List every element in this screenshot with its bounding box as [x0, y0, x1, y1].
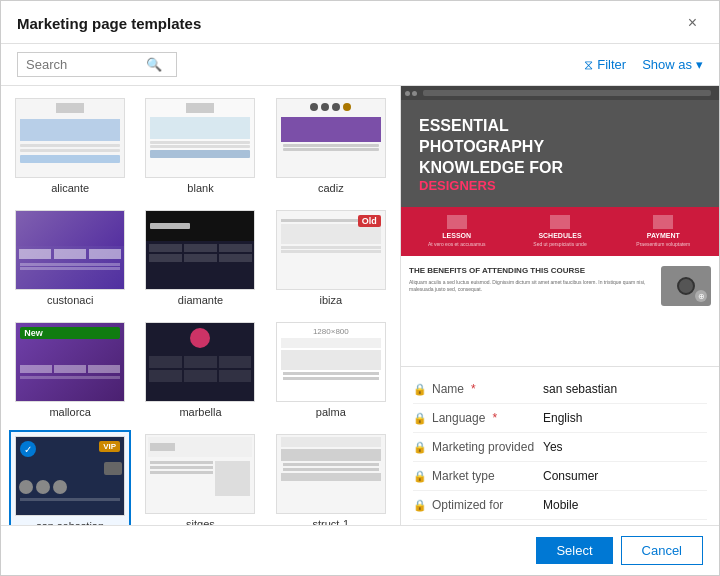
detail-label-optimized: 🔒 Optimized for: [413, 498, 543, 512]
chevron-down-icon: ▾: [696, 57, 703, 72]
template-name-diamante: diamante: [178, 294, 223, 306]
cancel-button[interactable]: Cancel: [621, 536, 703, 565]
template-thumb-palma: 1280×800: [276, 322, 386, 402]
template-name-marbella: marbella: [179, 406, 221, 418]
detail-value-language: English: [543, 411, 707, 425]
preview-panel: ESSENTIAL PHOTOGRAPHY KNOWLEDGE FOR DESI…: [401, 86, 719, 525]
close-button[interactable]: ×: [682, 13, 703, 33]
preview-section2: THE BENEFITS OF ATTENDING THIS COURSE Al…: [401, 256, 719, 316]
preview-feature-payment: PAYMENT Praesentium voluptatem: [614, 215, 713, 248]
preview-feature-schedules: SCHEDULES Sed ut perspiciatis unde: [510, 215, 609, 248]
search-input[interactable]: [26, 57, 146, 72]
preview-content: ESSENTIAL PHOTOGRAPHY KNOWLEDGE FOR DESI…: [401, 86, 719, 366]
template-name-custonaci: custonaci: [47, 294, 93, 306]
template-thumb-custonaci: [15, 210, 125, 290]
show-as-label: Show as: [642, 57, 692, 72]
lock-icon: 🔒: [413, 441, 427, 454]
modal-footer: Select Cancel: [1, 525, 719, 575]
template-thumb-diamante: [145, 210, 255, 290]
detail-value-optimized: Mobile: [543, 498, 707, 512]
lock-icon: 🔒: [413, 383, 427, 396]
template-thumb-marbella: [145, 322, 255, 402]
template-name-blank: blank: [187, 182, 213, 194]
template-thumb-blank: [145, 98, 255, 178]
detail-label-language: 🔒 Language *: [413, 411, 543, 425]
template-name-struct1: struct-1: [312, 518, 349, 525]
preview-feature-lesson: LESSON At vero eos et accusamus: [407, 215, 506, 248]
preview-hero-title: ESSENTIAL PHOTOGRAPHY KNOWLEDGE FOR DESI…: [419, 116, 701, 195]
template-panel[interactable]: alicante blank: [1, 86, 401, 525]
marketing-templates-modal: Marketing page templates × 🔍 ⧖ Filter Sh…: [0, 0, 720, 576]
filter-label: Filter: [597, 57, 626, 72]
template-thumb-san-sebastian: ✓ VIP: [15, 436, 125, 516]
search-box[interactable]: 🔍: [17, 52, 177, 77]
detail-value-marketing: Yes: [543, 440, 707, 454]
template-item[interactable]: Old ibiza: [270, 206, 392, 310]
detail-label-marketing: 🔒 Marketing provided: [413, 440, 543, 454]
detail-row-language: 🔒 Language * English: [413, 404, 707, 433]
preview-section2-text: THE BENEFITS OF ATTENDING THIS COURSE Al…: [409, 266, 653, 306]
show-as-button[interactable]: Show as ▾: [642, 57, 703, 72]
modal-body: alicante blank: [1, 86, 719, 525]
detail-row-market-type: 🔒 Market type Consumer: [413, 462, 707, 491]
template-item[interactable]: struct-1: [270, 430, 392, 525]
detail-value-name: san sebastian: [543, 382, 707, 396]
detail-row-name: 🔒 Name * san sebastian: [413, 375, 707, 404]
detail-label-market-type: 🔒 Market type: [413, 469, 543, 483]
template-name-sitges: sitges: [186, 518, 215, 525]
search-icon: 🔍: [146, 57, 162, 72]
template-name-cadiz: cadiz: [318, 182, 344, 194]
detail-label-name: 🔒 Name *: [413, 382, 543, 396]
detail-row-optimized: 🔒 Optimized for Mobile: [413, 491, 707, 520]
template-item[interactable]: custonaci: [9, 206, 131, 310]
template-name-mallorca: mallorca: [49, 406, 91, 418]
toolbar-right: ⧖ Filter Show as ▾: [584, 57, 703, 73]
details-section: 🔒 Name * san sebastian 🔒 Language * Engl…: [401, 366, 719, 525]
template-thumb-mallorca: New: [15, 322, 125, 402]
preview-features-section: LESSON At vero eos et accusamus SCHEDULE…: [401, 207, 719, 256]
filter-button[interactable]: ⧖ Filter: [584, 57, 626, 73]
template-item[interactable]: blank: [139, 94, 261, 198]
template-grid: alicante blank: [9, 94, 392, 525]
lock-icon: 🔒: [413, 470, 427, 483]
filter-icon: ⧖: [584, 57, 593, 73]
preview-camera-image: ⊕: [661, 266, 711, 306]
preview-browser-bar: [401, 86, 719, 100]
modal-title: Marketing page templates: [17, 15, 201, 32]
preview-image: ESSENTIAL PHOTOGRAPHY KNOWLEDGE FOR DESI…: [401, 86, 719, 366]
template-name-alicante: alicante: [51, 182, 89, 194]
template-item[interactable]: New mallorca: [9, 318, 131, 422]
modal-header: Marketing page templates ×: [1, 1, 719, 44]
template-thumb-cadiz: [276, 98, 386, 178]
select-button[interactable]: Select: [536, 537, 612, 564]
modal-toolbar: 🔍 ⧖ Filter Show as ▾: [1, 44, 719, 86]
template-name-ibiza: ibiza: [320, 294, 343, 306]
lock-icon: 🔒: [413, 412, 427, 425]
template-thumb-alicante: [15, 98, 125, 178]
preview-hero-section: ESSENTIAL PHOTOGRAPHY KNOWLEDGE FOR DESI…: [401, 100, 719, 207]
detail-value-market-type: Consumer: [543, 469, 707, 483]
template-thumb-struct1: [276, 434, 386, 514]
template-name-palma: palma: [316, 406, 346, 418]
template-item[interactable]: marbella: [139, 318, 261, 422]
template-item[interactable]: diamante: [139, 206, 261, 310]
template-item-san-sebastian[interactable]: ✓ VIP san sebastian: [9, 430, 131, 525]
lock-icon: 🔒: [413, 499, 427, 512]
template-thumb-sitges: [145, 434, 255, 514]
template-thumb-ibiza: Old: [276, 210, 386, 290]
template-item[interactable]: alicante: [9, 94, 131, 198]
detail-row-marketing: 🔒 Marketing provided Yes: [413, 433, 707, 462]
template-item[interactable]: 1280×800 palma: [270, 318, 392, 422]
template-item[interactable]: cadiz: [270, 94, 392, 198]
template-item[interactable]: sitges: [139, 430, 261, 525]
